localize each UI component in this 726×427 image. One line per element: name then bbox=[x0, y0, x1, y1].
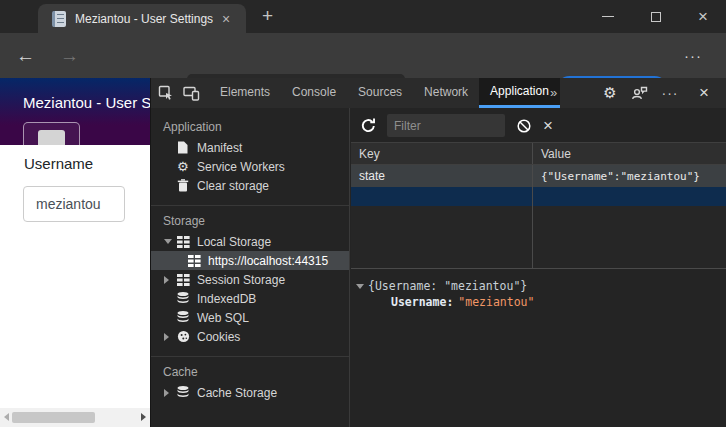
database-icon bbox=[177, 311, 191, 324]
collapse-arrow-icon[interactable] bbox=[164, 276, 169, 284]
devtools-close-button[interactable]: × bbox=[693, 78, 715, 108]
item-label: Cookies bbox=[197, 330, 240, 344]
window-close-button[interactable]: × bbox=[688, 0, 718, 33]
storage-table-icon bbox=[177, 273, 191, 286]
scroll-right-arrow-icon[interactable] bbox=[141, 413, 146, 421]
sidebar-item-manifest[interactable]: Manifest bbox=[151, 138, 349, 157]
refresh-storage-button[interactable] bbox=[360, 117, 377, 134]
more-tabs-button[interactable]: » bbox=[550, 78, 557, 108]
preview-property-row: Username: "meziantou" bbox=[351, 294, 726, 310]
clear-filter-button[interactable]: × bbox=[543, 108, 553, 143]
username-input[interactable] bbox=[23, 186, 125, 222]
devtools-tab-strip: Elements Console Sources Network Applica… bbox=[151, 78, 726, 108]
tab-elements[interactable]: Elements bbox=[209, 78, 281, 108]
collapse-arrow-icon[interactable] bbox=[164, 333, 169, 341]
item-label: Web SQL bbox=[197, 311, 249, 325]
devtools-settings-button[interactable]: ⚙ bbox=[599, 78, 621, 108]
sidebar-item-web-sql[interactable]: Web SQL bbox=[151, 308, 349, 327]
cookie-icon bbox=[177, 330, 191, 343]
sidebar-item-localhost[interactable]: https://localhost:44315 bbox=[151, 251, 349, 270]
table-header-row: Key Value bbox=[351, 143, 726, 165]
devtools-sidebar: Application Manifest ⚙ Service Workers bbox=[151, 108, 350, 427]
device-toolbar-button[interactable] bbox=[180, 78, 202, 108]
minimize-icon bbox=[602, 16, 614, 17]
storage-toolbar: × bbox=[351, 108, 726, 143]
window-minimize-button[interactable] bbox=[593, 0, 623, 33]
expand-arrow-icon[interactable] bbox=[164, 239, 172, 244]
scrollbar-thumb[interactable] bbox=[12, 412, 95, 423]
item-label: Local Storage bbox=[197, 235, 271, 249]
devtools-feedback-button[interactable] bbox=[628, 78, 650, 108]
sidebar-item-cache-storage[interactable]: Cache Storage bbox=[151, 383, 349, 402]
sidebar-separator bbox=[151, 356, 349, 357]
browser-tab[interactable]: Meziantou - User Settings × bbox=[38, 4, 246, 33]
tab-network[interactable]: Network bbox=[413, 78, 479, 108]
table-empty-area bbox=[351, 206, 726, 268]
sidebar-item-cookies[interactable]: Cookies bbox=[151, 327, 349, 346]
sidebar-item-local-storage[interactable]: Local Storage bbox=[151, 232, 349, 251]
storage-panel: × Key Value state {"Username":"meziantou… bbox=[351, 108, 726, 427]
item-label: IndexedDB bbox=[197, 292, 256, 306]
maximize-icon bbox=[651, 12, 661, 22]
preview-summary: {Username: "meziantou"} bbox=[368, 279, 527, 293]
navbar-toggler-button[interactable] bbox=[23, 122, 80, 145]
sidebar-item-service-workers[interactable]: ⚙ Service Workers bbox=[151, 157, 349, 176]
scroll-left-arrow-icon[interactable] bbox=[4, 413, 9, 421]
devtools-menu-button[interactable]: ··· bbox=[659, 78, 681, 108]
database-icon bbox=[177, 386, 191, 399]
property-value: "meziantou" bbox=[458, 295, 534, 309]
storage-table-icon bbox=[188, 254, 202, 267]
collapse-arrow-icon[interactable] bbox=[164, 389, 169, 397]
document-icon bbox=[177, 141, 191, 154]
close-icon: × bbox=[699, 83, 709, 103]
section-application: Application bbox=[151, 116, 349, 138]
forward-button[interactable]: → bbox=[60, 33, 79, 78]
item-label: Service Workers bbox=[197, 160, 285, 174]
row-key: state bbox=[351, 165, 533, 187]
preview-summary-row[interactable]: {Username: "meziantou"} bbox=[351, 278, 726, 294]
item-label: Cache Storage bbox=[197, 386, 277, 400]
item-label: Session Storage bbox=[197, 273, 285, 287]
filter-input[interactable] bbox=[387, 114, 505, 137]
storage-table-icon bbox=[177, 235, 191, 248]
column-value[interactable]: Value bbox=[533, 143, 726, 164]
browser-menu-button[interactable]: ··· bbox=[684, 33, 702, 78]
sidebar-item-indexeddb[interactable]: IndexedDB bbox=[151, 289, 349, 308]
devtools-panel: Elements Console Sources Network Applica… bbox=[150, 78, 726, 427]
column-key[interactable]: Key bbox=[351, 143, 533, 164]
page-header: Meziantou - User Settings bbox=[0, 78, 150, 145]
inspect-element-button[interactable] bbox=[155, 78, 177, 108]
back-button[interactable]: ← bbox=[16, 33, 35, 78]
table-row-selected-empty[interactable] bbox=[351, 187, 726, 206]
sidebar-item-session-storage[interactable]: Session Storage bbox=[151, 270, 349, 289]
item-label: Clear storage bbox=[197, 179, 269, 193]
sidebar-item-clear-storage[interactable]: Clear storage bbox=[151, 176, 349, 195]
new-tab-button[interactable]: + bbox=[262, 5, 273, 27]
window-maximize-button[interactable] bbox=[641, 0, 671, 33]
row-value: {"Username":"meziantou"} bbox=[533, 165, 726, 187]
tab-close-icon[interactable]: × bbox=[217, 11, 235, 27]
tab-application[interactable]: Application bbox=[479, 78, 560, 108]
page-title: Meziantou - User Settings bbox=[23, 94, 150, 111]
item-label: Manifest bbox=[197, 141, 242, 155]
trash-icon bbox=[177, 179, 191, 192]
gear-icon: ⚙ bbox=[603, 84, 616, 102]
property-key: Username: bbox=[391, 295, 453, 309]
table-row-state[interactable]: state {"Username":"meziantou"} bbox=[351, 165, 726, 187]
browser-tab-strip: Meziantou - User Settings × + × bbox=[0, 0, 726, 33]
tab-console[interactable]: Console bbox=[281, 78, 347, 108]
horizontal-scrollbar[interactable] bbox=[0, 408, 150, 427]
username-label: Username bbox=[24, 155, 93, 172]
block-icon-button[interactable] bbox=[516, 118, 532, 134]
item-label: https://localhost:44315 bbox=[208, 254, 328, 268]
site-favicon-icon bbox=[52, 11, 66, 27]
database-icon bbox=[177, 292, 191, 305]
sidebar-separator bbox=[151, 205, 349, 206]
browser-toolbar: ← → https://localhos... bbox=[0, 33, 726, 78]
hamburger-icon bbox=[38, 130, 65, 145]
tab-sources[interactable]: Sources bbox=[347, 78, 413, 108]
section-storage: Storage bbox=[151, 210, 349, 232]
expand-arrow-icon[interactable] bbox=[356, 284, 364, 289]
value-preview-pane: {Username: "meziantou"} Username: "mezia… bbox=[351, 268, 726, 427]
dots-icon: ··· bbox=[662, 85, 679, 101]
